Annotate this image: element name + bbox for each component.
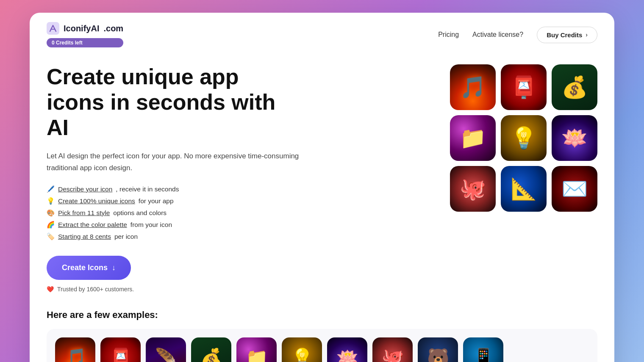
hero-left: Create unique app icons in seconds with … — [47, 64, 301, 293]
examples-row-1: 🎵 📮 🪶 💰 📁 💡 🪷 — [55, 337, 589, 362]
nav: Pricing Activate license? Buy Credits › — [438, 27, 597, 43]
grid-icon-folder: 📁 — [450, 115, 496, 161]
credits-badge: 0 Credits left — [47, 38, 123, 47]
example-icon-feather: 🪶 — [146, 337, 186, 362]
pricing-link[interactable]: Pricing — [438, 31, 459, 39]
hero-title: Create unique app icons in seconds with … — [47, 64, 301, 140]
hero-description: Let AI design the perfect icon for your … — [47, 150, 301, 173]
example-icon-mailbox: 📮 — [100, 337, 141, 362]
example-icon-money: 💰 — [191, 337, 231, 362]
create-icons-button[interactable]: Create Icons ↓ — [47, 256, 131, 280]
grid-icon-bulb: 💡 — [501, 115, 547, 161]
feature-rest-4: from your icon — [130, 221, 172, 229]
feature-list: 🖊️ Describe your icon , receive it in se… — [47, 185, 301, 240]
grid-icon-octopus: 🐙 — [450, 166, 496, 212]
example-icon-bulb: 💡 — [282, 337, 322, 362]
examples-title: Here are a few examples: — [47, 309, 597, 321]
grid-icon-money: 💰 — [552, 64, 597, 110]
buy-credits-button[interactable]: Buy Credits › — [537, 27, 597, 43]
feature-rest-2: for your app — [139, 197, 174, 205]
grid-icon-mailbox: 📮 — [501, 64, 547, 110]
logo-domain: .com — [103, 24, 123, 33]
logo-row: IconifyAI .com — [47, 22, 123, 35]
heart-emoji: ❤️ — [47, 286, 54, 293]
examples-section: Here are a few examples: 🎵 📮 🪶 💰 📁 — [30, 301, 614, 362]
examples-container: 🎵 📮 🪶 💰 📁 💡 🪷 — [47, 329, 597, 362]
trusted-label: Trusted by 1600+ customers. — [57, 286, 134, 293]
feature-rest-3: options and colors — [113, 209, 167, 217]
example-icon-lotus: 🪷 — [327, 337, 367, 362]
feature-item-2: 💡 Create 100% unique icons for your app — [47, 197, 301, 205]
main-card: IconifyAI .com 0 Credits left Pricing Ac… — [30, 13, 614, 362]
tag-emoji: 🏷️ — [47, 233, 55, 240]
pricing-link-2[interactable]: Starting at 8 cents — [58, 233, 111, 240]
grid-icon-protopie: 📐 — [501, 166, 547, 212]
example-icon-bear: 🐻 — [418, 337, 458, 362]
palette-emoji: 🎨 — [47, 209, 55, 217]
cta-area: Create Icons ↓ ❤️ Trusted by 1600+ custo… — [47, 256, 301, 293]
create-icons-label: Create Icons — [62, 263, 108, 272]
grid-icon-music: 🎵 — [450, 64, 496, 110]
grid-icon-lotus: 🪷 — [552, 115, 597, 161]
logo-text: IconifyAI — [64, 24, 99, 33]
style-link[interactable]: Pick from 11 style — [58, 209, 110, 217]
feature-item-3: 🎨 Pick from 11 style options and colors — [47, 209, 301, 217]
header: IconifyAI .com 0 Credits left Pricing Ac… — [30, 13, 614, 47]
example-icon-blue-app: 📱 — [463, 337, 503, 362]
feature-rest-5: per icon — [114, 233, 138, 240]
pencil-emoji: 🖊️ — [47, 185, 55, 193]
buy-credits-label: Buy Credits — [547, 31, 582, 39]
example-icon-folder: 📁 — [236, 337, 277, 362]
bulb-emoji: 💡 — [47, 197, 55, 205]
activate-link[interactable]: Activate license? — [472, 31, 523, 39]
example-icon-music: 🎵 — [55, 337, 95, 362]
describe-icon-link[interactable]: Describe your icon — [58, 185, 112, 193]
hero-section: Create unique app icons in seconds with … — [30, 47, 614, 301]
logo-icon — [47, 22, 59, 35]
color-palette-link[interactable]: Extract the color palette — [58, 221, 127, 229]
rainbow-emoji: 🌈 — [47, 221, 55, 229]
feature-item-5: 🏷️ Starting at 8 cents per icon — [47, 233, 301, 240]
logo-area: IconifyAI .com 0 Credits left — [47, 22, 123, 47]
feature-item-4: 🌈 Extract the color palette from your ic… — [47, 221, 301, 229]
svg-rect-0 — [47, 22, 59, 35]
chevron-right-icon: › — [586, 31, 588, 38]
trusted-text: ❤️ Trusted by 1600+ customers. — [47, 286, 301, 293]
example-icon-octopus: 🐙 — [372, 337, 413, 362]
grid-icon-envelope: ✉️ — [552, 166, 597, 212]
feature-item-1: 🖊️ Describe your icon , receive it in se… — [47, 185, 301, 193]
feature-rest-1: , receive it in seconds — [116, 185, 179, 193]
hero-icon-grid: 🎵 📮 💰 📁 💡 🪷 🐙 📐 — [450, 64, 597, 212]
unique-icons-link[interactable]: Create 100% unique icons — [58, 197, 135, 205]
arrow-down-icon: ↓ — [112, 263, 116, 272]
